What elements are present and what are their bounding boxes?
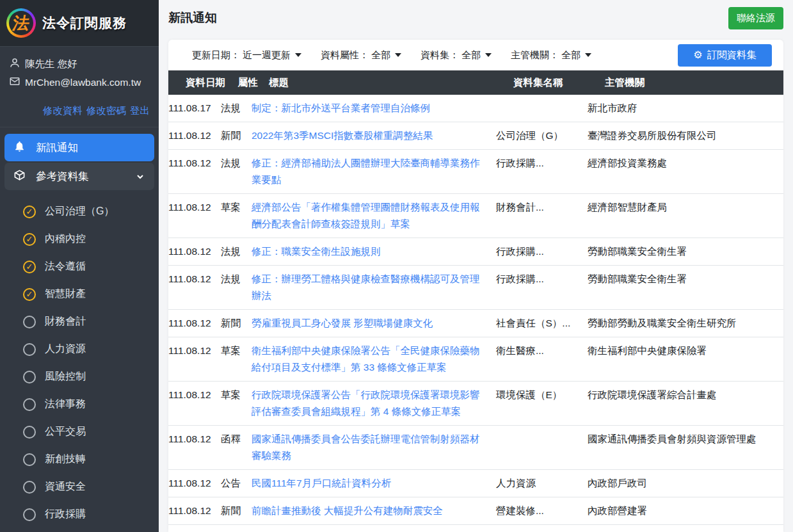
row-agency: 內政部戶政司	[588, 475, 783, 492]
row-date: 111.08.12	[168, 503, 221, 519]
sidebar-dataset-item[interactable]: ✓ 人力資源	[0, 335, 159, 363]
row-dataset-name: 環境保護（E）	[496, 387, 588, 403]
subscription-status-icon: ✓	[23, 398, 36, 411]
sidebar-dataset-item[interactable]: ✓ 法律事務	[0, 391, 159, 418]
contact-lawsource-button[interactable]: 聯絡法源	[728, 7, 783, 29]
row-attribute: 新聞	[221, 503, 252, 519]
row-dataset-name: 行政採購...	[496, 271, 588, 287]
filter-value: 全部	[371, 49, 390, 61]
account-link[interactable]: 修改密碼	[86, 105, 126, 116]
filter-value: 全部	[461, 49, 481, 61]
filter-value: 全部	[561, 49, 581, 61]
chevron-down-icon[interactable]	[135, 172, 145, 182]
row-title-link[interactable]: 衛生福利部中央健康保險署公告「全民健康保險藥物給付項目及支付標準」第 33 條條…	[252, 343, 496, 376]
dataset-label: 法律事務	[45, 398, 86, 411]
filter-dropdown[interactable]: 資料屬性： 全部	[321, 49, 401, 61]
subscription-status-icon: ✓	[23, 508, 36, 521]
account-links: 修改資料修改密碼登出	[0, 101, 159, 127]
row-attribute: 法規	[221, 100, 252, 117]
sidebar-dataset-item[interactable]: ✓ 法令遵循	[0, 253, 159, 280]
sidebar-dataset-item[interactable]: ✓ 公司治理（G）	[0, 198, 159, 225]
row-agency: 衛生福利部中央健康保險署	[588, 343, 783, 359]
row-title-link[interactable]: 經濟部公告「著作權集體管理團體財務報表及使用報酬分配表會計師查核簽證規則」草案	[252, 199, 496, 232]
table-row: 111.08.17 法規 制定：新北市外送平台業者管理自治條例 新北市政府	[168, 95, 783, 122]
user-icon	[9, 57, 20, 71]
row-attribute: 草案	[221, 387, 252, 403]
filter-label: 資料屬性：	[321, 49, 369, 61]
dataset-label: 法令遵循	[45, 260, 86, 273]
sidebar-dataset-item[interactable]: ✓ 智慧財產	[0, 280, 159, 308]
row-date: 111.08.12	[168, 343, 221, 359]
row-title-link[interactable]: 2022年第3季MSCI指數臺股權重調整結果	[252, 127, 496, 144]
mail-icon	[9, 76, 20, 90]
table-row: 111.08.12 草案 行政院環境保護署公告「行政院環境保護署環境影響評估審查…	[168, 382, 783, 426]
sidebar-item-label: 參考資料集	[36, 170, 89, 184]
dataset-label: 新創技轉	[45, 453, 86, 466]
row-date: 111.08.12	[168, 243, 221, 260]
row-agency: 勞動部職業安全衛生署	[588, 243, 783, 260]
table-row: 111.08.12 新聞 2022年第3季MSCI指數臺股權重調整結果 公司治理…	[168, 122, 783, 150]
dataset-label: 財務會計	[45, 315, 86, 328]
subscription-status-icon: ✓	[23, 343, 36, 356]
sidebar-dataset-item[interactable]: ✓ 新創技轉	[0, 446, 159, 473]
row-title-link[interactable]: 制定：新北市外送平台業者管理自治條例	[252, 100, 496, 117]
sidebar-dataset-item[interactable]: ✓ 內稽內控	[0, 225, 159, 253]
row-attribute: 法規	[221, 243, 252, 260]
row-dataset-name: 公司治理（G）	[496, 127, 588, 144]
sidebar-dataset-item[interactable]: ✓ 風險控制	[0, 363, 159, 391]
row-date: 111.08.12	[168, 475, 221, 492]
sidebar-dataset-item[interactable]: ✓ 資通安全	[0, 473, 159, 501]
row-title-link[interactable]: 行政院環境保護署公告「行政院環境保護署環境影響評估審查委員會組織規程」第 4 條…	[252, 387, 496, 420]
dataset-label: 公平交易	[45, 425, 86, 439]
row-dataset-name: 人力資源	[496, 475, 588, 492]
filter-dropdown[interactable]: 主管機關： 全部	[511, 49, 591, 61]
filter-dropdown[interactable]: 更新日期： 近一週更新	[192, 49, 301, 61]
row-agency: 新北市政府	[588, 100, 783, 117]
filter-label: 主管機關：	[511, 49, 559, 61]
row-date: 111.08.12	[168, 199, 221, 216]
row-attribute: 法規	[221, 155, 252, 172]
account-link[interactable]: 修改資料	[43, 105, 83, 116]
page-title: 新訊通知	[168, 10, 217, 26]
sidebar-dataset-item[interactable]: ✓ 行政採購	[0, 501, 159, 528]
row-title-link[interactable]: 勞雇重視員工身心發展 形塑職場健康文化	[252, 315, 496, 332]
sidebar-item-reference-datasets[interactable]: 參考資料集	[4, 163, 154, 190]
caret-down-icon	[585, 53, 591, 57]
table-row: 111.08.12 草案 衛生福利部中央健康保險署公告「全民健康保險藥物給付項目…	[168, 337, 783, 382]
user-greeting: 陳先生 您好	[25, 58, 77, 71]
row-title-link[interactable]: 國家通訊傳播委員會公告委託辦理電信管制射頻器材審驗業務	[252, 431, 496, 464]
table-row: 111.08.12 函釋 國家通訊傳播委員會公告委託辦理電信管制射頻器材審驗業務…	[168, 426, 783, 470]
filter-label: 更新日期：	[192, 49, 240, 61]
table-row: 111.08.12 草案 經濟部公告「著作權集體管理團體財務報表及使用報酬分配表…	[168, 194, 783, 238]
row-agency: 勞動部職業安全衛生署	[588, 271, 783, 287]
row-attribute: 草案	[221, 199, 252, 216]
table-row: 111.08.12 公告 民國111年7月戶口統計資料分析 人力資源 內政部戶政…	[168, 470, 783, 497]
table-row: 111.08.12 新聞 勞雇重視員工身心發展 形塑職場健康文化 社會責任（S）…	[168, 310, 783, 337]
filter-dropdown[interactable]: 資料集： 全部	[421, 49, 492, 61]
row-title-link[interactable]: 修正：職業安全衛生設施規則	[252, 243, 496, 260]
cube-icon	[13, 169, 26, 184]
content-card: 更新日期： 近一週更新 資料屬性： 全部 資料集： 全部	[168, 40, 783, 532]
sidebar-item-notifications[interactable]: 新訊通知	[4, 134, 154, 161]
subscribe-button-label: 訂閱資料集	[707, 49, 757, 62]
row-attribute: 函釋	[221, 431, 252, 447]
row-title-link[interactable]: 修正：經濟部補助法人團體辦理大陸臺商輔導業務作業要點	[252, 155, 496, 188]
row-title-link[interactable]: 修正：辦理勞工體格與健康檢查醫療機構認可及管理辦法	[252, 271, 496, 304]
sidebar-dataset-item[interactable]: ✓ 財務會計	[0, 308, 159, 335]
user-email-row: MrChen@lawbank.com.tw	[9, 76, 151, 90]
table-body: 111.08.17 法規 制定：新北市外送平台業者管理自治條例 新北市政府 11…	[168, 95, 783, 532]
subscription-status-icon: ✓	[23, 371, 36, 383]
row-dataset-name: 營建裝修...	[496, 503, 588, 519]
main-header: 新訊通知 聯絡法源	[168, 0, 783, 40]
sidebar-dataset-item[interactable]: ✓ 公平交易	[0, 418, 159, 446]
row-title-link[interactable]: 前瞻計畫推動後 大幅提升公有建物耐震安全	[252, 503, 496, 519]
bell-icon	[13, 140, 26, 155]
account-link[interactable]: 登出	[130, 105, 150, 116]
row-agency: 經濟部投資業務處	[588, 155, 783, 172]
subscription-status-icon: ✓	[23, 288, 36, 301]
table-row: 111.08.12 法規 修正：職業安全衛生設施規則 行政採購... 勞動部職業…	[168, 238, 783, 266]
dataset-label: 智慧財產	[45, 287, 86, 301]
row-title-link[interactable]: 民國111年7月戶口統計資料分析	[252, 475, 496, 492]
subscribe-datasets-button[interactable]: ⚙ 訂閱資料集	[678, 44, 772, 67]
subscription-status-icon: ✓	[23, 261, 36, 273]
